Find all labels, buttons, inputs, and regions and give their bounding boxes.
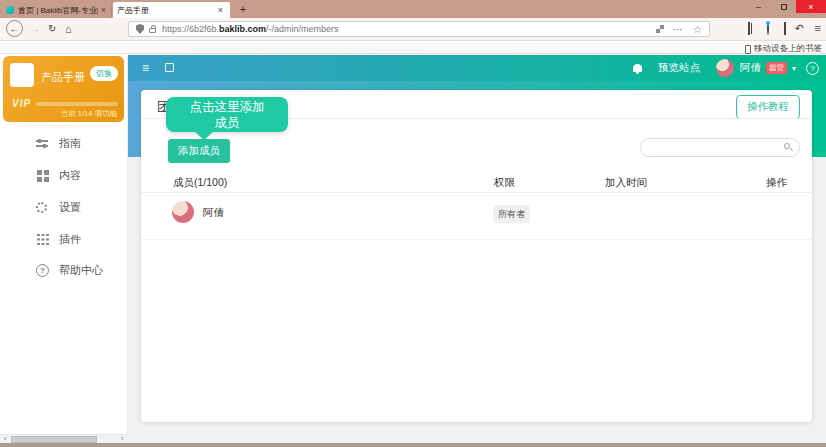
grid-icon xyxy=(36,169,49,182)
reload-button[interactable]: ↻ xyxy=(48,23,56,34)
maximize-icon xyxy=(781,4,787,10)
url-path: /-/admin/members xyxy=(266,24,339,34)
sidebar-item-label: 插件 xyxy=(59,232,81,247)
tab-close-icon[interactable]: × xyxy=(218,5,223,15)
extension-dot xyxy=(767,22,769,35)
fullscreen-icon[interactable] xyxy=(165,63,174,72)
screenshot-icon[interactable] xyxy=(784,23,786,34)
tooltip-text-line2: 成员 xyxy=(166,115,288,131)
tooltip-text-line1: 点击这里添加 xyxy=(166,99,288,115)
admin-main: ≡ 预览站点 阿倩 超管 ▾ ? 团队成员 操作教程 添加成员 xyxy=(128,55,826,443)
vip-caption: 当前 1/14 项功能 xyxy=(61,109,117,119)
page-actions-icon[interactable] xyxy=(656,25,664,33)
gear-shape xyxy=(36,202,47,213)
extension-icon[interactable] xyxy=(767,23,769,34)
vip-progress-bar xyxy=(36,102,118,106)
lock-icon[interactable] xyxy=(149,28,156,33)
tab-product-manual[interactable]: 产品手册 × xyxy=(113,2,230,18)
member-name: 阿倩 xyxy=(203,206,224,220)
site-logo xyxy=(10,63,34,87)
back-button[interactable]: ← xyxy=(6,20,23,37)
chevron-down-icon[interactable]: ▾ xyxy=(792,64,796,73)
member-avatar xyxy=(172,201,194,223)
collapse-menu-icon[interactable]: ≡ xyxy=(142,61,149,75)
baklib-favicon-icon xyxy=(6,6,14,14)
tab-baklib-home[interactable]: 首页 | Baklib官网-专业的知识库 × xyxy=(0,2,112,18)
sidebar-item-help[interactable]: ?帮助中心 xyxy=(0,260,127,280)
search-icon xyxy=(784,143,790,149)
tab-title: 首页 | Baklib官网-专业的知识库 xyxy=(18,5,98,16)
sidebar-item-settings[interactable]: 设置 xyxy=(0,197,127,217)
member-search xyxy=(640,138,800,157)
table-row[interactable]: 阿倩 所有者 xyxy=(141,193,812,240)
sidebar-item-label: 指南 xyxy=(59,136,81,151)
mobile-bookmarks-item[interactable]: 移动设备上的书签 xyxy=(745,43,822,55)
switch-site-button[interactable]: 切换 xyxy=(90,66,118,81)
tooltip-pointer xyxy=(194,131,214,140)
close-button[interactable]: × xyxy=(796,0,826,13)
navigation-bar: ← → ↻ ⌂ https://6b2f6b.baklib.com/-/admi… xyxy=(0,18,826,41)
member-role-badge: 所有者 xyxy=(493,205,530,223)
mobile-phone-icon xyxy=(745,45,751,54)
hamburger-menu-icon[interactable]: ≡ xyxy=(815,23,821,33)
role-badge: 超管 xyxy=(766,62,787,74)
gear-icon xyxy=(36,201,49,214)
forward-button[interactable]: → xyxy=(30,23,40,34)
user-name: 阿倩 xyxy=(740,61,761,75)
url-prefix: https://6b2f6b. xyxy=(162,24,219,34)
maximize-button[interactable] xyxy=(771,0,796,13)
tab-title: 产品手册 xyxy=(117,5,215,16)
members-card: 团队成员 操作教程 添加成员 成员(1/100) 权限 加入时间 操作 阿倩 xyxy=(141,90,812,422)
admin-sidebar: 产品手册 切换 VIP 当前 1/14 项功能 指南 内容 设置 插件 ?帮助中… xyxy=(0,55,128,443)
sidebar-panel-icon[interactable] xyxy=(748,23,750,34)
site-card: 产品手册 切换 VIP 当前 1/14 项功能 xyxy=(3,56,124,122)
preview-site-link[interactable]: 预览站点 xyxy=(658,61,700,75)
taskbar-strip xyxy=(0,443,826,447)
mobile-bookmarks-label: 移动设备上的书签 xyxy=(754,43,822,55)
panel-shape xyxy=(748,22,750,35)
home-button[interactable]: ⌂ xyxy=(65,23,72,35)
vip-label: VIP xyxy=(12,98,31,109)
col-join-time: 加入时间 xyxy=(605,176,647,190)
bookmark-star-icon[interactable]: ☆ xyxy=(693,24,702,35)
question-circle-icon: ? xyxy=(36,264,49,277)
sidebar-horizontal-scrollbar[interactable]: ‹ › xyxy=(0,434,127,443)
sidebar-item-guide[interactable]: 指南 xyxy=(0,133,127,153)
sidebar-item-label: 内容 xyxy=(59,168,81,183)
help-circle-icon[interactable]: ? xyxy=(806,62,819,75)
table-header-row: 成员(1/100) 权限 加入时间 操作 xyxy=(141,171,812,193)
new-tab-button[interactable]: + xyxy=(236,2,250,18)
site-name: 产品手册 xyxy=(41,70,85,85)
address-bar[interactable]: https://6b2f6b.baklib.com/-/admin/member… xyxy=(128,21,710,37)
topbar-right: 预览站点 阿倩 超管 ▾ ? xyxy=(633,55,819,81)
sidebar-item-plugins[interactable]: 插件 xyxy=(0,229,127,249)
more-actions-icon[interactable]: ⋯ xyxy=(673,24,684,35)
col-member: 成员(1/100) xyxy=(173,176,227,190)
sliders-icon xyxy=(36,137,49,150)
col-permission: 权限 xyxy=(494,176,515,190)
add-member-button[interactable]: 添加成员 xyxy=(168,139,230,163)
sidebar-item-label: 帮助中心 xyxy=(59,263,103,278)
minimize-button[interactable]: – xyxy=(746,0,771,13)
window-controls: – × xyxy=(746,0,826,13)
tracking-shield-icon[interactable] xyxy=(136,24,144,34)
tab-strip: 首页 | Baklib官网-专业的知识库 × 产品手册 × + – × xyxy=(0,0,826,18)
url-domain: baklib.com xyxy=(219,24,266,34)
scroll-left-icon[interactable]: ‹ xyxy=(0,435,10,443)
search-input[interactable] xyxy=(651,140,779,155)
sidebar-item-content[interactable]: 内容 xyxy=(0,165,127,185)
address-bar-actions: ⋯ ☆ xyxy=(656,24,709,35)
tab-close-icon[interactable]: × xyxy=(101,5,106,15)
scrollbar-thumb[interactable] xyxy=(11,436,97,443)
dots-grid-icon xyxy=(36,233,49,246)
notification-bell-icon[interactable] xyxy=(633,64,642,72)
sidebar-item-label: 设置 xyxy=(59,200,81,215)
scroll-right-icon[interactable]: › xyxy=(117,435,127,443)
tutorial-button[interactable]: 操作教程 xyxy=(736,95,800,119)
undo-arrow-icon[interactable]: ↶ xyxy=(795,23,804,33)
bookmarks-bar: 移动设备上的书签 xyxy=(0,42,826,54)
user-avatar[interactable] xyxy=(716,59,734,77)
admin-topbar: ≡ 预览站点 阿倩 超管 ▾ ? xyxy=(128,55,826,81)
browser-window: 首页 | Baklib官网-专业的知识库 × 产品手册 × + – × ← → … xyxy=(0,0,826,447)
col-actions: 操作 xyxy=(766,176,787,190)
